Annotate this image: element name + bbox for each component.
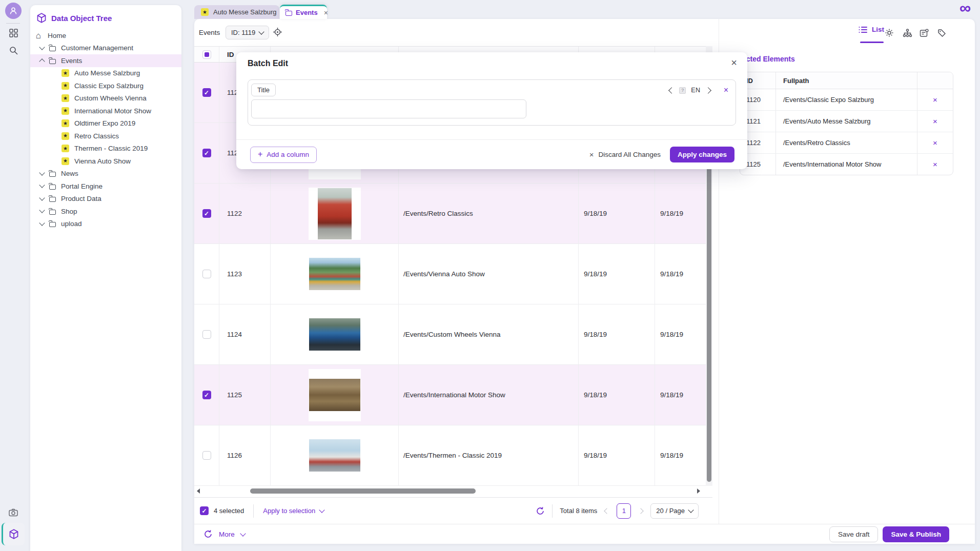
- add-column-button[interactable]: + Add a column: [250, 147, 317, 163]
- row-checkbox[interactable]: [202, 209, 211, 218]
- tree-item[interactable]: Events: [30, 54, 181, 67]
- modal-close-icon[interactable]: ×: [731, 57, 737, 69]
- tree-item[interactable]: Product Data: [30, 193, 181, 206]
- selection-checkbox[interactable]: [200, 506, 209, 515]
- data-objects-rail-button[interactable]: [2, 523, 25, 545]
- tree-item[interactable]: Custom Wheels Vienna: [30, 92, 181, 105]
- cell-modification-date: 9/18/19: [655, 244, 712, 304]
- table-row[interactable]: 1126 /Events/Thermen - Classic 2019 9/18…: [194, 425, 712, 486]
- column-header-fullpath: Fullpath: [776, 72, 917, 89]
- row-checkbox[interactable]: [202, 88, 211, 97]
- tree-item[interactable]: Home: [30, 29, 181, 42]
- table-row[interactable]: 1125 /Events/International Motor Show 9/…: [194, 365, 712, 425]
- remove-column-icon[interactable]: ×: [724, 86, 728, 95]
- prev-page-button[interactable]: [604, 509, 609, 513]
- tree-panel-header: Data Object Tree: [30, 5, 181, 29]
- hscroll-left-arrow[interactable]: [197, 488, 200, 494]
- id-filter-dropdown[interactable]: ID: 1119: [226, 26, 269, 39]
- apply-to-selection-dropdown[interactable]: Apply to selection: [263, 507, 324, 515]
- language-prev-icon[interactable]: [668, 87, 675, 94]
- remove-selection-icon[interactable]: ×: [933, 95, 937, 104]
- row-checkbox[interactable]: [202, 149, 211, 157]
- tab-auto-messe-salzburg[interactable]: Auto Messe Salzburg: [194, 5, 279, 19]
- refresh-icon[interactable]: [536, 506, 545, 516]
- tree-item-icon: [49, 210, 56, 215]
- chevron-icon[interactable]: [39, 44, 45, 50]
- refresh-icon[interactable]: [203, 529, 213, 539]
- page-size-dropdown[interactable]: 20 / Page: [650, 503, 699, 519]
- row-thumbnail: [309, 369, 361, 421]
- tree-item[interactable]: Shop: [30, 205, 181, 218]
- tab-events[interactable]: Events ×: [280, 5, 327, 19]
- save-publish-button[interactable]: Save & Publish: [883, 526, 949, 542]
- chevron-icon[interactable]: [39, 182, 45, 188]
- table-row[interactable]: 1123 /Events/Vienna Auto Show 9/18/19 9/…: [194, 244, 712, 304]
- hierarchy-view-button[interactable]: [901, 27, 913, 39]
- tree-item[interactable]: Retro Classics: [30, 130, 181, 142]
- tags-button[interactable]: [935, 27, 948, 39]
- next-page-button[interactable]: [638, 509, 643, 513]
- remove-selection-icon[interactable]: ×: [933, 138, 937, 147]
- tree-item[interactable]: Vienna Auto Show: [30, 155, 181, 168]
- select-all-checkbox[interactable]: [202, 50, 211, 59]
- row-checkbox[interactable]: [202, 391, 211, 399]
- tree-item-label: Customer Management: [61, 44, 133, 52]
- selected-elements-header: ID Fullpath: [740, 72, 953, 89]
- batch-edit-title-input[interactable]: [251, 99, 526, 118]
- table-row[interactable]: 1124 /Events/Custom Wheels Vienna 9/18/1…: [194, 304, 712, 365]
- horizontal-scrollbar-thumb[interactable]: [250, 488, 476, 494]
- tree-item[interactable]: Auto Messe Salzburg: [30, 67, 181, 80]
- table-row[interactable]: 1122 /Events/Retro Classics 9/18/19 9/18…: [194, 183, 712, 244]
- remove-selection-icon[interactable]: ×: [933, 160, 937, 169]
- row-checkbox[interactable]: [202, 330, 211, 339]
- tree-item[interactable]: Classic Expo Salzburg: [30, 79, 181, 92]
- search-button[interactable]: [5, 43, 22, 58]
- cell-fullpath: /Events/International Motor Show: [776, 154, 917, 175]
- grid-settings-button[interactable]: [883, 27, 895, 39]
- language-next-icon[interactable]: [705, 87, 711, 94]
- cube-icon: [9, 529, 19, 539]
- chevron-icon[interactable]: [39, 195, 45, 200]
- chevron-icon[interactable]: [39, 170, 45, 175]
- tree-item-icon: [62, 82, 69, 90]
- user-avatar[interactable]: [5, 3, 22, 19]
- tree-item[interactable]: News: [30, 168, 181, 180]
- more-dropdown[interactable]: More: [203, 529, 245, 539]
- hscroll-right-arrow[interactable]: [697, 488, 700, 494]
- close-icon[interactable]: ×: [324, 9, 328, 17]
- apply-changes-button[interactable]: Apply changes: [670, 147, 734, 162]
- row-checkbox[interactable]: [202, 270, 211, 278]
- tree-item-icon: [62, 69, 69, 77]
- tree-item[interactable]: Thermen - Classic 2019: [30, 142, 181, 155]
- status-divider: [253, 504, 254, 518]
- report-button[interactable]: [918, 27, 930, 39]
- apps-grid-button[interactable]: [5, 25, 22, 40]
- save-draft-button[interactable]: Save draft: [829, 526, 879, 542]
- tree-item[interactable]: Portal Engine: [30, 180, 181, 193]
- chevron-icon[interactable]: [39, 208, 45, 213]
- remove-selection-icon[interactable]: ×: [933, 117, 937, 126]
- tree-item-label: Events: [61, 57, 82, 65]
- view-tab-list[interactable]: List: [859, 26, 884, 33]
- row-thumbnail: [309, 430, 361, 482]
- chevron-icon[interactable]: [39, 59, 45, 65]
- list-icon: [859, 26, 868, 33]
- tree-item-label: Product Data: [61, 195, 101, 202]
- modal-title: Batch Edit: [248, 59, 288, 68]
- chevron-icon[interactable]: [39, 220, 45, 226]
- discard-all-changes-button[interactable]: × Discard All Changes: [589, 150, 661, 159]
- row-checkbox[interactable]: [202, 451, 211, 460]
- camera-button[interactable]: [5, 505, 22, 520]
- pimcore-studio-page: Data Object Tree Home Customer Managemen…: [0, 0, 980, 551]
- tree-item[interactable]: Oldtimer Expo 2019: [30, 117, 181, 130]
- tree-item-icon: [62, 145, 69, 152]
- tree-item[interactable]: upload: [30, 218, 181, 231]
- tree-item[interactable]: Customer Management: [30, 42, 181, 55]
- rail-divider: [6, 23, 20, 24]
- page-number-button[interactable]: 1: [617, 503, 631, 519]
- cell-fullpath: /Events/Retro Classics: [776, 132, 917, 153]
- grid-status-bar: 4 selected Apply to selection Total 8 it…: [194, 497, 712, 524]
- tree-item[interactable]: International Motor Show: [30, 105, 181, 117]
- locate-in-tree-button[interactable]: [273, 27, 282, 37]
- document-icon: [920, 29, 929, 37]
